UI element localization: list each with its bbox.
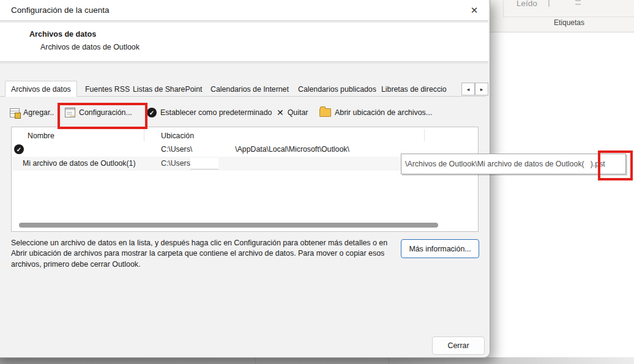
- add-button[interactable]: Agregar..: [10, 105, 54, 120]
- row1-location: C:\Users\\AppData\Local\Microsoft\Outloo…: [161, 145, 349, 154]
- path-tooltip: \Archivos de Outlook\Mi archivo de datos…: [401, 154, 626, 174]
- settings-button[interactable]: Configuración...: [65, 105, 132, 120]
- more-info-label: Más información...: [409, 245, 471, 253]
- default-check-icon: ✓: [14, 144, 24, 154]
- tooltip-path-end: ).pst: [591, 160, 605, 168]
- horizontal-scrollbar[interactable]: [19, 223, 438, 228]
- close-dialog-button[interactable]: Cerrar: [432, 336, 485, 355]
- column-header-ubicacion[interactable]: Ubicación: [161, 132, 194, 140]
- bottom-edge-band: [0, 357, 634, 364]
- dialog-title: Configuración de la cuenta: [11, 6, 110, 15]
- close-dialog-label: Cerrar: [447, 341, 469, 350]
- band-seam: [255, 358, 256, 364]
- tab-label: Archivos de datos: [11, 85, 71, 94]
- settings-button-label: Configuración...: [79, 108, 132, 117]
- open-file-location-label: Abrir ubicación de archivos...: [335, 108, 432, 117]
- check-circle-icon: ✓: [147, 108, 157, 117]
- data-files-list: Nombre Ubicación ✓ C:\Users\\AppData\Loc…: [11, 127, 479, 232]
- open-file-location-button[interactable]: Abrir ubicación de archivos...: [319, 105, 432, 120]
- ribbon-read-button[interactable]: Leído: [517, 0, 537, 8]
- column-divider: [424, 129, 425, 141]
- header-subtitle: Archivos de datos de Outlook: [40, 43, 140, 51]
- redacted-path: [190, 158, 218, 169]
- row2-name: Mi archivo de datos de Outlook(1): [23, 159, 136, 168]
- band-seam: [389, 358, 389, 364]
- remove-x-icon: ✕: [277, 108, 284, 117]
- folder-icon: [319, 108, 331, 117]
- ribbon-fragment: [575, 0, 581, 1]
- tab-listas-de-sharepoint[interactable]: Listas de SharePoint: [128, 83, 207, 95]
- header-shadow: [0, 61, 488, 64]
- tab-scroll-right-button[interactable]: ▸: [475, 83, 488, 95]
- tab-label: Listas de SharePoint: [133, 85, 202, 94]
- row2-location: C:\Users\: [161, 159, 192, 168]
- description-text: Seleccione un archivo de datos en la lis…: [11, 238, 397, 270]
- path-suffix: \AppData\Local\Microsoft\Outlook\: [235, 145, 349, 154]
- remove-button-label: Quitar: [288, 108, 308, 117]
- tooltip-path-start: \Archivos de Outlook\Mi archivo de datos…: [405, 160, 584, 168]
- dialog-close-button[interactable]: ✕: [466, 3, 482, 18]
- set-default-button[interactable]: ✓ Establecer como predeterminado: [147, 105, 272, 120]
- settings-icon: [65, 108, 75, 117]
- close-icon: ✕: [471, 5, 479, 16]
- tab-calendarios-de-internet[interactable]: Calendarios de Internet: [206, 83, 294, 95]
- dialog-header: [0, 23, 488, 61]
- add-button-label: Agregar..: [23, 108, 54, 117]
- tab-label: Libretas de direccio: [381, 85, 447, 94]
- ribbon-group-label-etiquetas: Etiquetas: [554, 18, 584, 27]
- background-ribbon: Leído Etiquetas: [490, 0, 634, 32]
- path-prefix: C:\Users\: [161, 145, 192, 154]
- tab-scroll-left-button[interactable]: ◂: [461, 83, 475, 95]
- column-divider: [144, 129, 144, 141]
- header-title: Archivos de datos: [29, 30, 96, 39]
- more-info-button[interactable]: Más información...: [401, 239, 479, 258]
- tab-label: Calendarios publicados: [298, 85, 376, 94]
- ribbon-divider: [503, 17, 634, 17]
- tab-calendarios-publicados[interactable]: Calendarios publicados: [293, 83, 381, 95]
- ribbon-group-divider: [503, 0, 504, 17]
- set-default-label: Establecer como predeterminado: [160, 108, 272, 117]
- tab-libretas-de-direcciones[interactable]: Libretas de direccio: [376, 83, 466, 95]
- tab-fuentes-rss[interactable]: Fuentes RSS: [80, 83, 135, 95]
- column-header-nombre[interactable]: Nombre: [28, 132, 54, 140]
- ribbon-fragment: [548, 0, 550, 7]
- tab-label: Fuentes RSS: [85, 85, 130, 94]
- add-data-file-icon: [10, 108, 20, 117]
- chevron-left-icon: ◂: [467, 86, 470, 92]
- tab-archivos-de-datos[interactable]: Archivos de datos: [5, 81, 77, 97]
- chevron-right-icon: ▸: [480, 86, 483, 92]
- screen: Leído Etiquetas Configuración de la cuen…: [0, 0, 634, 364]
- tab-label: Calendarios de Internet: [211, 85, 289, 94]
- remove-button[interactable]: ✕ Quitar: [277, 105, 308, 120]
